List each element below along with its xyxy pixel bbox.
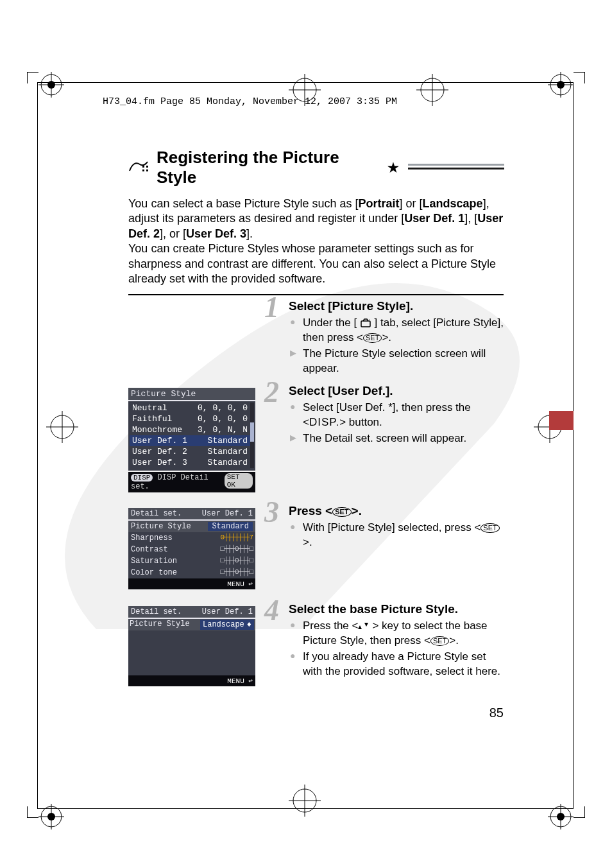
crop-corner-tr (574, 72, 585, 83)
register-mark-icon (548, 72, 574, 98)
step-1-bullet: Under the [ : ] tab, select [Picture Sty… (289, 316, 504, 345)
svg-point-7 (557, 81, 565, 89)
step-3-title: Press <SET>. (289, 504, 504, 518)
svg-rect-32 (146, 166, 148, 168)
lcd-screenshot-base-style: Detail set.User Def. 1 Picture Style Lan… (128, 606, 255, 686)
step-number-2: 2 (264, 378, 279, 407)
section-tab (549, 411, 574, 430)
svg-rect-34 (146, 169, 148, 171)
step-2-title: Select [User Def.]. (289, 384, 504, 398)
camera-tab-icon: : (357, 317, 374, 329)
step-4-bullet-2: If you already have a Picture Style set … (289, 650, 504, 679)
svg-marker-38 (364, 623, 368, 627)
set-button-icon: SET (430, 636, 449, 646)
page-number: 85 (128, 706, 504, 720)
step-number-1: 1 (264, 293, 279, 322)
step-4-title: Select the base Picture Style. (289, 602, 504, 616)
crosshair-icon (289, 785, 321, 817)
up-down-key-icon (358, 620, 372, 632)
lcd-screenshot-detail-set: Detail set.User Def. 1 Picture StyleStan… (128, 508, 255, 589)
step-1-title: Select [Picture Style]. (289, 299, 504, 313)
crop-corner-tl (27, 72, 38, 83)
svg-rect-31 (142, 166, 144, 168)
picture-style-icon (128, 158, 151, 178)
step-1-result: The Picture Style selection screen will … (289, 347, 504, 376)
svg-marker-37 (358, 625, 362, 629)
page-header-line: H73_04.fm Page 85 Monday, November 12, 2… (103, 96, 513, 107)
register-mark-icon (38, 72, 64, 98)
svg-point-15 (557, 813, 565, 820)
set-button-icon: SET (363, 333, 382, 343)
updown-icon: ♦ (247, 620, 251, 629)
set-button-icon: SET (480, 523, 499, 533)
step-4-bullet-1: Press the <> key to select the base Pict… (289, 619, 504, 648)
star-icon: ★ (387, 160, 399, 175)
page-title-text: Registering the Picture Style (157, 148, 382, 187)
register-mark-icon (38, 804, 64, 829)
divider (128, 294, 504, 295)
register-mark-icon (548, 804, 574, 829)
step-3-bullet: With [Picture Style] selected, press <SE… (289, 521, 504, 550)
crop-corner-bl (27, 806, 38, 818)
svg-point-3 (47, 81, 55, 89)
step-number-3: 3 (264, 498, 279, 527)
step-2-bullet: Select [User Def. *], then press the <DI… (289, 401, 504, 430)
step-number-4: 4 (264, 596, 279, 625)
crosshair-icon (46, 411, 78, 443)
svg-text::: : (369, 318, 370, 322)
intro-paragraph: You can select a base Picture Style such… (128, 196, 504, 286)
lcd-screenshot-picture-style: Picture Style Neutral0, 0, 0, 0Faithful0… (128, 388, 255, 492)
step-2-result: The Detail set. screen will appear. (289, 431, 504, 446)
svg-rect-33 (142, 169, 144, 171)
svg-point-11 (47, 813, 55, 820)
set-button-icon: SET (332, 507, 351, 517)
page-title: Registering the Picture Style ★ (128, 148, 504, 187)
crop-corner-br (574, 806, 585, 818)
